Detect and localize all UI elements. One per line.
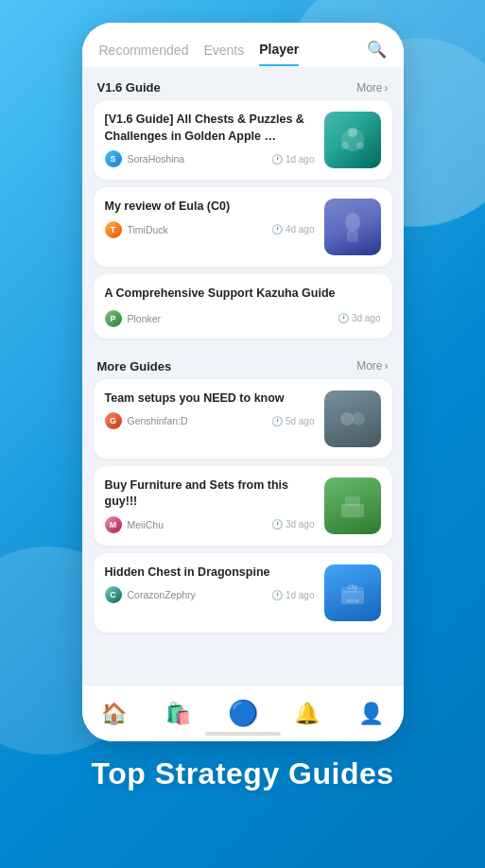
avatar: M [105,516,122,533]
tab-recommended[interactable]: Recommended [99,43,189,65]
card-time: 🕐 5d ago [271,416,315,426]
clock-icon: 🕐 [338,313,349,323]
card-text: Team setups you NEED to know G Genshinfa… [105,391,315,430]
svg-point-2 [341,142,349,149]
card-time: 🕐 1d ago [271,590,315,600]
chevron-icon: › [385,81,389,95]
card-title: My review of Eula (C0) [105,199,315,216]
svg-text:city: city [347,583,357,591]
section-more-title: More Guides [97,359,172,373]
card-title: Team setups you NEED to know [105,391,315,408]
card-thumbnail [324,477,381,534]
card-thumbnail: city skins [324,564,381,621]
card-title: [V1.6 Guide] All Chests & Puzzles & Chal… [105,112,315,145]
card-text: My review of Eula (C0) T TimiDuck 🕐 4d a… [105,199,315,238]
tab-player[interactable]: Player [259,42,299,66]
svg-rect-9 [345,496,360,506]
card-team-setups[interactable]: Team setups you NEED to know G Genshinfa… [94,379,392,459]
card-kazuha-guide[interactable]: A Comprehensive Support Kazuha Guide P P… [94,274,392,339]
chevron-icon: › [385,359,389,373]
search-icon[interactable]: 🔍 [367,40,387,67]
clock-icon: 🕐 [271,519,283,529]
card-meta: C CorazonZephry 🕐 1d ago [105,586,315,603]
clock-icon: 🕐 [271,590,283,600]
card-meta: P Plonker 🕐 3d ago [105,310,381,327]
card-author: SoraHoshina [128,153,185,165]
svg-point-3 [356,142,364,149]
nav-discover[interactable]: 🔵 [211,699,275,728]
card-title: Buy Furniture and Sets from this guy!!! [105,477,315,511]
section-v16-guide-header: V1.6 Guide More › [82,67,404,100]
card-time: 🕐 3d ago [338,313,381,323]
svg-rect-5 [347,231,358,242]
phone-frame: Recommended Events Player 🔍 V1.6 Guide M… [82,23,404,741]
discover-icon: 🔵 [228,699,258,728]
card-author: Plonker [128,313,162,324]
svg-point-7 [352,412,365,425]
bottom-banner: Top Strategy Guides [0,741,485,801]
card-meta: S SoraHoshina 🕐 1d ago [105,150,315,167]
card-chests-guide[interactable]: [V1.6 Guide] All Chests & Puzzles & Chal… [94,100,392,180]
section-more-guides-header: More Guides More › [82,346,404,379]
card-title: A Comprehensive Support Kazuha Guide [105,286,381,303]
card-meta: G Genshinfan:D 🕐 5d ago [105,412,315,429]
card-author: TimiDuck [128,224,168,235]
clock-icon: 🕐 [271,154,283,165]
section-more-more[interactable]: More › [356,359,388,373]
card-author: Genshinfan:D [128,415,188,426]
card-title: Hidden Chest in Dragonspine [105,564,315,582]
svg-point-1 [348,128,357,137]
clock-icon: 🕐 [271,224,283,234]
tab-events[interactable]: Events [203,43,244,65]
home-indicator [205,732,281,736]
section-v16-more[interactable]: More › [356,81,388,95]
clock-icon: 🕐 [271,416,283,426]
card-author: CorazonZephry [128,589,196,600]
card-hidden-chest[interactable]: Hidden Chest in Dragonspine C CorazonZep… [94,553,392,633]
section-v16-title: V1.6 Guide [97,80,161,95]
nav-home[interactable]: 🏠 [82,702,147,726]
avatar: T [105,221,122,238]
nav-notifications[interactable]: 🔔 [275,702,339,726]
card-meta: T TimiDuck 🕐 4d ago [105,221,315,238]
card-thumbnail [324,199,381,255]
avatar: S [105,150,122,167]
card-meta: M MeiiChu 🕐 3d ago [105,516,315,533]
avatar: P [105,310,122,327]
avatar: C [105,586,122,603]
card-thumbnail [324,391,381,447]
store-icon: 🛍️ [165,702,191,726]
card-time: 🕐 1d ago [271,154,315,165]
profile-icon: 👤 [358,702,384,726]
svg-point-6 [340,412,354,425]
content-area: V1.6 Guide More › [V1.6 Guide] All Chest… [82,67,404,741]
card-time: 🕐 4d ago [271,224,315,234]
svg-point-4 [345,213,360,232]
avatar: G [105,412,122,429]
card-text: Hidden Chest in Dragonspine C CorazonZep… [105,564,315,604]
nav-tabs: Recommended Events Player 🔍 [82,23,404,67]
card-time: 🕐 3d ago [271,519,315,529]
nav-store[interactable]: 🛍️ [147,702,211,726]
svg-rect-8 [341,504,364,517]
card-text: Buy Furniture and Sets from this guy!!! … [105,477,315,533]
card-author: MeiiChu [128,519,165,530]
notifications-icon: 🔔 [294,702,320,726]
home-icon: 🏠 [101,702,127,726]
bottom-banner-text: Top Strategy Guides [91,756,393,790]
card-eula-review[interactable]: My review of Eula (C0) T TimiDuck 🕐 4d a… [94,187,392,267]
nav-profile[interactable]: 👤 [339,702,404,726]
card-furniture[interactable]: Buy Furniture and Sets from this guy!!! … [94,466,392,546]
svg-text:skins: skins [346,598,359,603]
card-thumbnail [324,112,381,168]
card-text: [V1.6 Guide] All Chests & Puzzles & Chal… [105,112,315,167]
